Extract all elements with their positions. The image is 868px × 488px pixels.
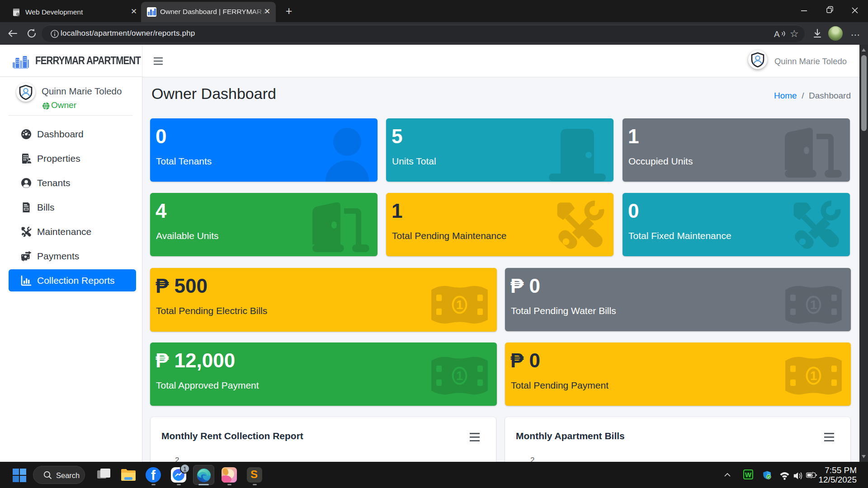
svg-text:A: A xyxy=(774,29,780,39)
svg-text:1: 1 xyxy=(810,369,817,383)
svg-text:1: 1 xyxy=(810,298,817,312)
svg-text:1: 1 xyxy=(456,369,463,383)
svg-text:1: 1 xyxy=(456,298,463,312)
